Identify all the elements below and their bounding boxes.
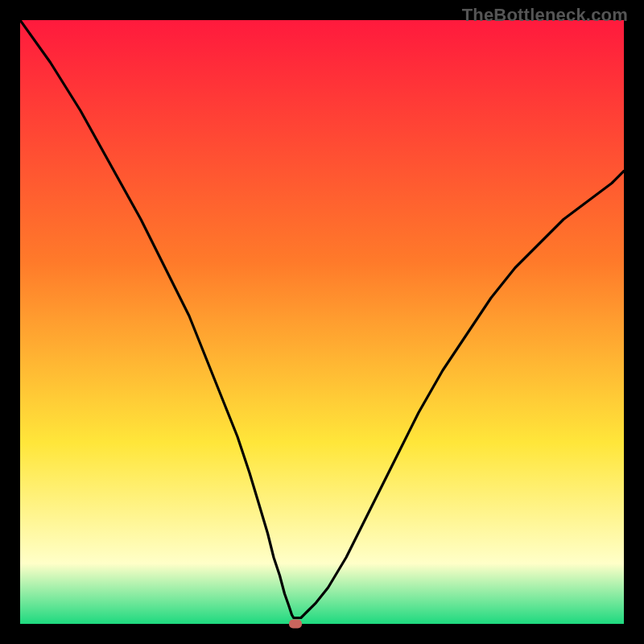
gradient-background (20, 20, 624, 624)
watermark-text: TheBottleneck.com (462, 5, 628, 26)
chart-frame: TheBottleneck.com (0, 0, 644, 644)
plot-area (20, 20, 624, 624)
minimum-marker (289, 620, 302, 629)
plot-svg (20, 20, 624, 624)
